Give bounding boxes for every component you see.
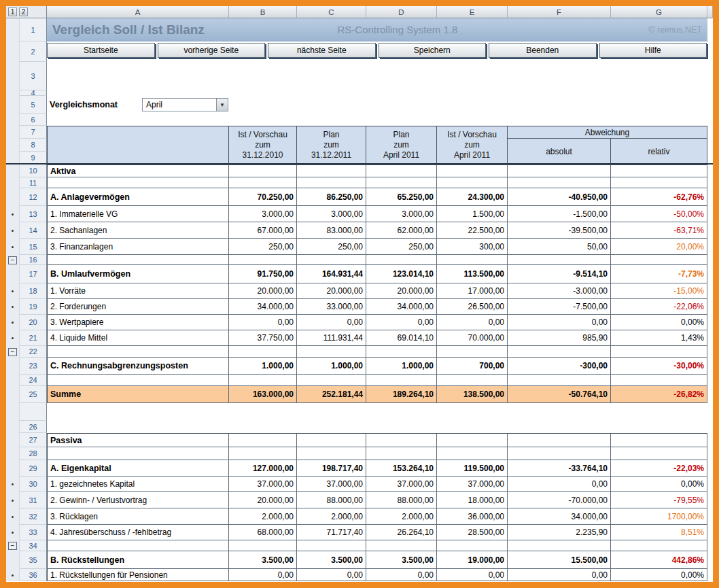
cell-a13[interactable]: 1. Immaterielle VG (47, 206, 229, 222)
cell-f16[interactable] (508, 255, 611, 265)
cell-b34[interactable] (229, 540, 297, 551)
cell-d24[interactable] (366, 375, 437, 386)
outline-level-1-button[interactable]: 1 (8, 7, 17, 16)
cell-g33[interactable]: 8,51% (611, 525, 707, 540)
cell-d28[interactable] (366, 447, 437, 460)
row-header-7[interactable]: 7 (20, 126, 47, 139)
cell-e15[interactable]: 300,00 (437, 239, 508, 255)
cell-a23[interactable]: C. Rechnungsabgrenzungsposten (47, 358, 229, 375)
cell-f36[interactable]: 0,00 (508, 569, 611, 581)
cell-b11[interactable] (229, 177, 297, 188)
cell-g17[interactable]: -7,73% (611, 265, 707, 283)
cell-d35[interactable]: 3.500,00 (366, 551, 437, 569)
cell-b14[interactable]: 67.000,00 (229, 222, 297, 239)
header-abweichung[interactable]: Abweichung (508, 126, 707, 139)
cell-b20[interactable]: 0,00 (229, 315, 297, 330)
row-header-23[interactable]: 23 (20, 358, 47, 375)
row-header-36[interactable]: 36 (20, 569, 47, 581)
cell-c33[interactable]: 71.717,40 (297, 525, 366, 540)
cell-f13[interactable]: -1.500,00 (508, 206, 611, 222)
cell-c15[interactable]: 250,00 (297, 239, 366, 255)
cell-f12[interactable]: -40.950,00 (508, 188, 611, 206)
cell-e18[interactable]: 17.000,00 (437, 283, 508, 299)
cell-g35[interactable]: 442,86% (611, 551, 707, 569)
cell-c18[interactable]: 20.000,00 (297, 283, 366, 299)
cell-f29[interactable]: -33.764,10 (508, 460, 611, 477)
cell-f33[interactable]: 2.235,90 (508, 525, 611, 540)
cell-a14[interactable]: 2. Sachanlagen (47, 222, 229, 239)
cell-c25[interactable]: 252.181,44 (297, 386, 366, 403)
cell-d14[interactable]: 62.000,00 (366, 222, 437, 239)
cell-b15[interactable]: 250,00 (229, 239, 297, 255)
cell-g10[interactable] (611, 165, 707, 177)
cell-b25[interactable]: 163.000,00 (229, 386, 297, 403)
cell-d36[interactable]: 0,00 (366, 569, 437, 581)
cell-c30[interactable]: 37.000,00 (297, 477, 366, 492)
row-header-21[interactable]: 21 (20, 330, 47, 346)
row-header-18[interactable]: 18 (20, 283, 47, 299)
cell-d17[interactable]: 123.014,10 (366, 265, 437, 283)
column-header-e[interactable]: E (437, 6, 508, 18)
cell-e23[interactable]: 700,00 (437, 358, 508, 375)
row-header-4[interactable]: 4 (20, 90, 47, 96)
cell-b32[interactable]: 2.000,00 (229, 508, 297, 525)
cell-g21[interactable]: 1,43% (611, 330, 707, 346)
cell-a32[interactable]: 3. Rücklagen (47, 508, 229, 525)
cell-b19[interactable]: 34.000,00 (229, 299, 297, 315)
row-header-3[interactable]: 3 (20, 62, 47, 90)
cell-f24[interactable] (508, 375, 611, 386)
cell-e27[interactable] (437, 433, 508, 447)
cell-e32[interactable]: 36.000,00 (437, 508, 508, 525)
cell-g27[interactable] (611, 433, 707, 447)
cell-e17[interactable]: 113.500,00 (437, 265, 508, 283)
cell-c23[interactable]: 1.000,00 (297, 358, 366, 375)
cell-d34[interactable] (366, 540, 437, 551)
cell-a20[interactable]: 3. Wertpapiere (47, 315, 229, 330)
cell-b29[interactable]: 127.000,00 (229, 460, 297, 477)
cell-g28[interactable] (611, 447, 707, 460)
cell-g32[interactable]: 1700,00% (611, 508, 707, 525)
cell-c16[interactable] (297, 255, 366, 265)
cell-e34[interactable] (437, 540, 508, 551)
cell-a33[interactable]: 4. Jahresüberschuss / -fehlbetrag (47, 525, 229, 540)
cell-g36[interactable]: 0,00% (611, 569, 707, 581)
cell-b16[interactable] (229, 255, 297, 265)
month-dropdown[interactable]: April ▼ (142, 98, 228, 111)
cell-e20[interactable]: 0,00 (437, 315, 508, 330)
cell-a22[interactable] (47, 346, 229, 358)
row-header-19[interactable]: 19 (20, 299, 47, 315)
cell-f15[interactable]: 50,00 (508, 239, 611, 255)
column-header-c[interactable]: C (297, 6, 366, 18)
cell-g31[interactable]: -79,55% (611, 492, 707, 508)
cell-e22[interactable] (437, 346, 508, 358)
row-header-24[interactable]: 24 (20, 375, 47, 386)
row-header-11[interactable]: 11 (20, 177, 47, 188)
cell-a35[interactable]: B. Rückstellungen (47, 551, 229, 569)
cell-a11[interactable] (47, 177, 229, 188)
cell-f34[interactable] (508, 540, 611, 551)
cell-g23[interactable]: -30,00% (611, 358, 707, 375)
cell-e10[interactable] (437, 165, 508, 177)
cell-a18[interactable]: 1. Vorräte (47, 283, 229, 299)
cell-b33[interactable]: 68.000,00 (229, 525, 297, 540)
row-header-30[interactable]: 30 (20, 477, 47, 492)
cell-g30[interactable]: 0,00% (611, 477, 707, 492)
cell-c13[interactable]: 3.000,00 (297, 206, 366, 222)
cell-f17[interactable]: -9.514,10 (508, 265, 611, 283)
header-absolut[interactable]: absolut (508, 139, 611, 165)
cell-g13[interactable]: -50,00% (611, 206, 707, 222)
cell-e28[interactable] (437, 447, 508, 460)
hilfe-button[interactable]: Hilfe (599, 43, 707, 58)
row-header-26[interactable]: 26 (20, 421, 47, 433)
cell-d22[interactable] (366, 346, 437, 358)
cell-d10[interactable] (366, 165, 437, 177)
header-col-d[interactable]: Plan zum April 2011 (366, 126, 437, 165)
cell-c28[interactable] (297, 447, 366, 460)
cell-g22[interactable] (611, 346, 707, 358)
cell-d18[interactable]: 20.000,00 (366, 283, 437, 299)
cell-c35[interactable]: 3.500,00 (297, 551, 366, 569)
column-header-a[interactable]: A (47, 6, 229, 18)
cell-a28[interactable] (47, 447, 229, 460)
cell-c17[interactable]: 164.931,44 (297, 265, 366, 283)
cell-d15[interactable]: 250,00 (366, 239, 437, 255)
